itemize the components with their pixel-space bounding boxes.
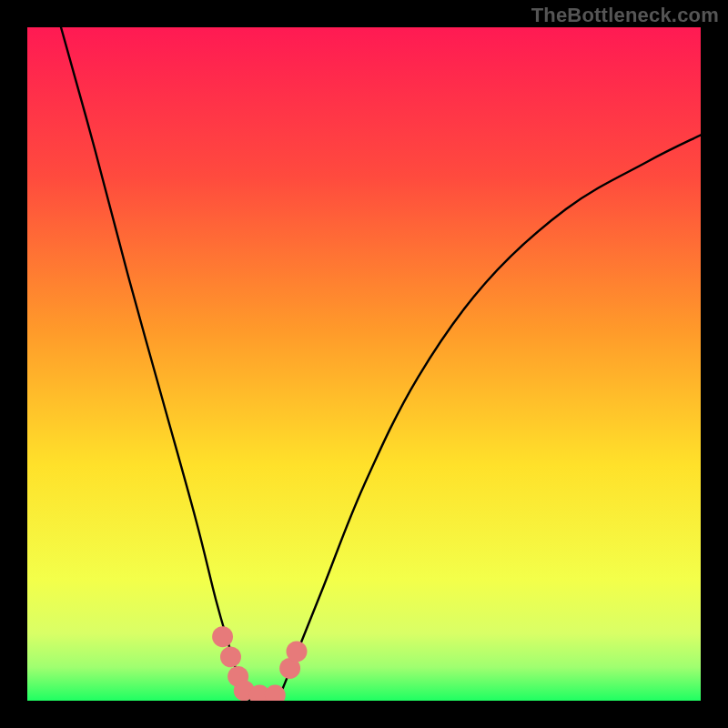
marker-point [220, 646, 241, 667]
watermark-text: TheBottleneck.com [531, 4, 719, 27]
marker-point [287, 642, 308, 662]
marker-point [212, 626, 233, 647]
bottleneck-plot [27, 27, 701, 701]
chart-frame: TheBottleneck.com [0, 0, 728, 728]
gradient-background [27, 27, 701, 701]
plot-svg [27, 27, 701, 701]
